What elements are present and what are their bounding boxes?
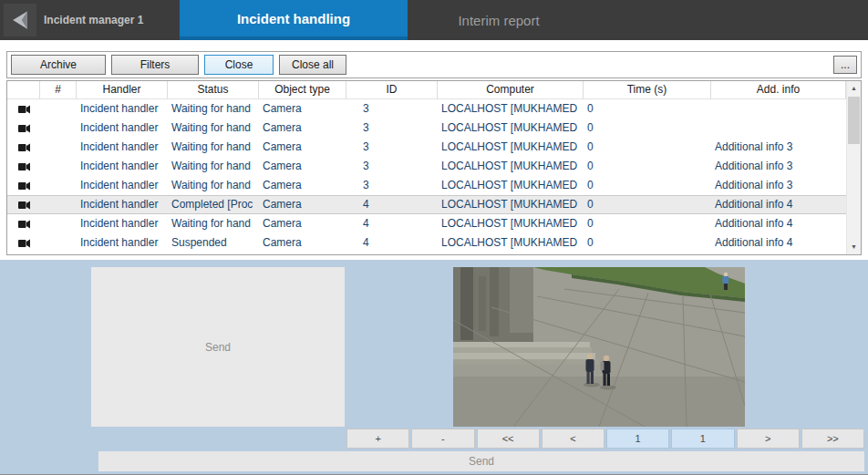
cell-computer: LOCALHOST [MUKHAMED [438,138,584,157]
control-last-button[interactable]: >> [801,429,864,449]
logo-icon [7,7,33,33]
cell-status: Waiting for hand [168,138,259,157]
video-controls: +-<<<11>>> [346,429,864,449]
close-all-button[interactable]: Close all [279,55,346,75]
cell-object-type: Camera [259,99,346,119]
send-bar-button[interactable]: Send [98,451,864,471]
cell-handler: Incident handler [77,157,168,176]
camera-icon [7,138,40,157]
control-next-button[interactable]: > [737,429,800,449]
control-first-button[interactable]: << [477,429,540,449]
scroll-up-arrow[interactable]: ▲ [847,81,861,96]
camera-icon [7,214,40,233]
table-row[interactable]: Incident handlerWaiting for handCamera3L… [7,157,861,176]
cell-computer: LOCALHOST [MUKHAMED [438,214,584,233]
cell-time: 0 [584,233,711,253]
cell-add-info: Additional info 4 [711,233,861,253]
filters-button[interactable]: Filters [111,55,199,75]
control-minus-button[interactable]: - [411,429,474,449]
cell-computer: LOCALHOST [MUKHAMED [438,195,584,214]
cell-handler: Incident handler [77,214,168,233]
scroll-thumb[interactable] [848,97,860,144]
cell-computer: LOCALHOST [MUKHAMED [438,176,584,195]
send-button[interactable]: Send [91,267,345,427]
control-prev-button[interactable]: < [542,429,604,449]
cell-object-type: Camera [259,233,346,253]
column-header-id[interactable]: ID [346,81,438,98]
cell-time: 0 [584,119,711,138]
cell-id: 3 [346,157,438,176]
table-row[interactable]: Incident handlerCompleted [ProcCamera4LO… [7,195,861,214]
cell-row-number [40,138,77,157]
table-row[interactable]: Incident handlerWaiting for handCamera3L… [7,119,861,138]
cell-computer: LOCALHOST [MUKHAMED [438,119,584,138]
column-header-icon[interactable] [7,81,40,98]
cell-add-info: Additional info 3 [711,157,861,176]
close-button[interactable]: Close [204,55,274,75]
cell-handler: Incident handler [77,176,168,195]
cell-handler: Incident handler [77,99,168,119]
incident-manager-window: Incident manager 1 Incident handling Int… [0,0,868,475]
cell-object-type: Camera [259,214,346,233]
table-row[interactable]: Incident handlerWaiting for handCamera4L… [7,214,861,233]
camera-image [453,267,745,427]
table-row[interactable]: Incident handlerWaiting for handCamera3L… [7,99,861,119]
cell-handler: Incident handler [77,233,168,253]
cell-add-info [711,119,861,138]
archive-button[interactable]: Archive [11,55,106,75]
camera-icon [7,99,40,119]
column-header-handler[interactable]: Handler [77,81,168,98]
camera-icon [7,157,40,176]
column-header-object-type[interactable]: Object type [259,81,346,98]
control-value-1-button[interactable]: 1 [606,429,669,449]
cell-status: Waiting for hand [168,99,259,119]
tab-incident-handling[interactable]: Incident handling [180,0,408,40]
table-header[interactable]: # Handler Status Object type ID Computer… [7,81,846,99]
vertical-scrollbar[interactable]: ▲ ▼ [846,81,861,254]
more-button[interactable]: ... [833,56,857,74]
cell-id: 3 [346,138,438,157]
column-header-time[interactable]: Time (s) [584,81,711,98]
app-logo [4,4,36,36]
camera-icon [7,176,40,195]
cell-object-type: Camera [259,176,346,195]
table-row[interactable]: Incident handlerSuspendedCamera4LOCALHOS… [7,233,861,253]
table-body: Incident handlerWaiting for handCamera3L… [7,99,861,253]
table-row[interactable]: Incident handlerWaiting for handCamera3L… [7,138,861,157]
camera-icon [7,233,40,253]
camera-icon [7,119,40,138]
cell-add-info: Additional info 3 [711,176,861,195]
control-plus-button[interactable]: + [346,429,409,449]
tab-interim-report[interactable]: Interim report [408,0,590,40]
cell-id: 4 [346,214,438,233]
cell-computer: LOCALHOST [MUKHAMED [438,99,584,119]
cell-time: 0 [584,214,711,233]
cell-id: 4 [346,195,438,214]
cell-id: 4 [346,233,438,253]
column-header-computer[interactable]: Computer [438,81,584,98]
cell-status: Completed [Proc [168,195,259,214]
cell-handler: Incident handler [77,138,168,157]
bottom-panel: Send [0,260,868,475]
cell-status: Waiting for hand [168,176,259,195]
tab-interim-report-label: Interim report [458,13,539,28]
cell-add-info: Additional info 4 [711,214,861,233]
column-header-status[interactable]: Status [168,81,259,98]
scroll-down-arrow[interactable]: ▼ [847,240,861,254]
control-value-2-button[interactable]: 1 [671,429,734,449]
cell-row-number [40,99,77,119]
cell-id: 3 [346,176,438,195]
cell-row-number [40,119,77,138]
cell-row-number [40,157,77,176]
table-row[interactable]: Incident handlerWaiting for handCamera3L… [7,176,861,195]
column-header-number[interactable]: # [40,81,77,98]
cell-time: 0 [584,138,711,157]
app-title: Incident manager 1 [44,0,143,40]
cell-status: Waiting for hand [168,157,259,176]
cell-time: 0 [584,157,711,176]
cell-status: Waiting for hand [168,214,259,233]
camera-view [453,267,745,427]
cell-object-type: Camera [259,195,346,214]
cell-add-info [711,99,861,119]
column-header-add-info[interactable]: Add. info [711,81,846,98]
